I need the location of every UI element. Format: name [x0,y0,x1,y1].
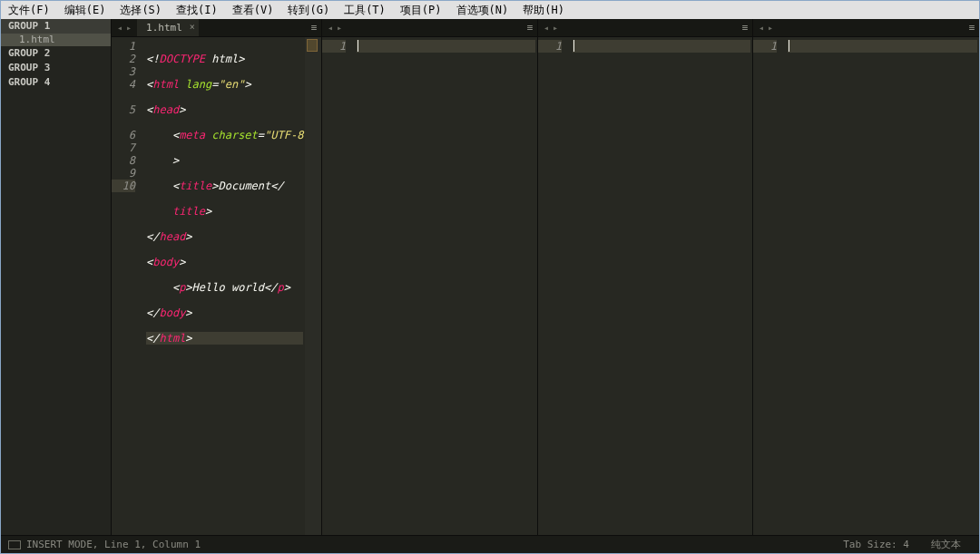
sidebar-group-1[interactable]: GROUP 1 [1,19,111,34]
tab-nav-arrows: ◂ ▸ [753,19,779,36]
tab-nav-next-icon[interactable]: ▸ [553,23,558,33]
menu-goto[interactable]: 转到(G) [280,1,337,19]
tab-menu-icon[interactable]: ≡ [523,19,537,36]
menu-view[interactable]: 查看(V) [225,1,281,19]
sidebar-file[interactable]: 1.html [1,34,111,46]
tab-menu-icon[interactable]: ≡ [738,19,752,36]
line-number-gutter: 1 2 3 4 5 6 7 8 9 10 [112,37,142,535]
menu-bar: 文件(F) 编辑(E) 选择(S) 查找(I) 查看(V) 转到(G) 工具(T… [1,1,979,19]
menu-help[interactable]: 帮助(H) [515,1,572,19]
editor-pane-2: ◂ ▸ ≡ 1 [322,19,538,535]
code-editor[interactable]: 1 2 3 4 5 6 7 8 9 10 <!DOCTYPE html> <ht… [112,37,321,535]
sidebar-group-3[interactable]: GROUP 3 [1,61,111,75]
code-editor[interactable]: 1 [538,37,752,535]
tab-nav-next-icon[interactable]: ▸ [768,23,773,33]
editor-pane-4: ◂ ▸ ≡ 1 [753,19,979,535]
tab-nav-arrows: ◂ ▸ [538,19,564,36]
editor-pane-1: ◂ ▸ 1.html × ≡ 1 2 3 4 [112,19,322,535]
tab-nav-prev-icon[interactable]: ◂ [117,23,122,33]
tab-1html[interactable]: 1.html × [137,19,199,36]
menu-project[interactable]: 项目(P) [393,1,449,19]
line-number-gutter: 1 [538,37,569,535]
menu-file[interactable]: 文件(F) [1,1,57,19]
tab-bar: ◂ ▸ 1.html × ≡ [112,19,321,37]
tab-nav-arrows: ◂ ▸ [112,19,137,36]
line-number-gutter: 1 [753,37,784,535]
menu-select[interactable]: 选择(S) [113,1,169,19]
sidebar-group-2[interactable]: GROUP 2 [1,46,111,61]
status-mode: INSERT MODE, Line 1, Column 1 [26,539,201,550]
editor-pane-3: ◂ ▸ ≡ 1 [538,19,753,535]
tab-nav-arrows: ◂ ▸ [322,19,348,36]
status-bar: INSERT MODE, Line 1, Column 1 Tab Size: … [1,535,979,553]
sidebar: GROUP 1 1.html GROUP 2 GROUP 3 GROUP 4 [1,19,112,535]
tab-bar: ◂ ▸ ≡ [753,19,979,37]
editor-panes: ◂ ▸ 1.html × ≡ 1 2 3 4 [112,19,979,535]
tab-nav-next-icon[interactable]: ▸ [337,23,342,33]
code-area[interactable] [569,37,752,535]
tab-menu-icon[interactable]: ≡ [965,19,979,36]
tab-close-icon[interactable]: × [190,22,195,32]
menu-find[interactable]: 查找(I) [169,1,225,19]
minimap-viewport[interactable] [307,39,318,52]
tab-nav-prev-icon[interactable]: ◂ [544,23,549,33]
code-editor[interactable]: 1 [753,37,979,535]
code-area[interactable] [353,37,537,535]
tab-nav-prev-icon[interactable]: ◂ [328,23,333,33]
tab-bar: ◂ ▸ ≡ [322,19,537,37]
tab-menu-icon[interactable]: ≡ [307,19,321,36]
line-number-gutter: 1 [322,37,353,535]
status-tab-size[interactable]: Tab Size: 4 [832,539,920,550]
tab-nav-prev-icon[interactable]: ◂ [759,23,764,33]
code-area[interactable] [784,37,979,535]
menu-tools[interactable]: 工具(T) [337,1,393,19]
menu-prefs[interactable]: 首选项(N) [449,1,516,19]
sidebar-group-4[interactable]: GROUP 4 [1,75,111,90]
tab-label: 1.html [146,22,182,34]
status-panel-icon[interactable] [8,540,21,549]
menu-edit[interactable]: 编辑(E) [57,1,113,19]
tab-bar: ◂ ▸ ≡ [538,19,752,37]
status-syntax[interactable]: 纯文本 [920,538,972,551]
tab-nav-next-icon[interactable]: ▸ [126,23,132,33]
app-window: 文件(F) 编辑(E) 选择(S) 查找(I) 查看(V) 转到(G) 工具(T… [0,0,980,554]
minimap[interactable] [305,37,321,535]
code-editor[interactable]: 1 [322,37,537,535]
code-area[interactable]: <!DOCTYPE html> <html lang="en"> <head> … [142,37,305,535]
